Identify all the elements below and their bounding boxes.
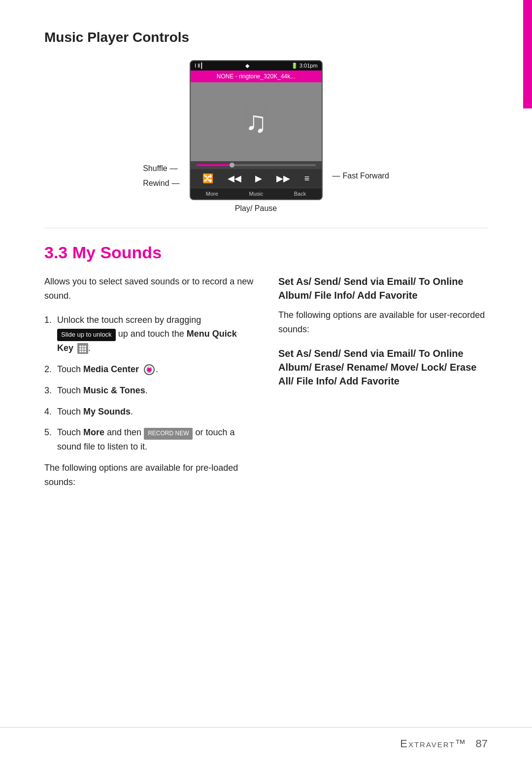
menu-dots-icon [77, 343, 88, 354]
section-divider [44, 228, 488, 228]
pre-loaded-options: Set As/ Send/ Send via Email/ To Online … [278, 275, 488, 302]
softkey-music[interactable]: Music [249, 191, 263, 197]
progress-bar [191, 161, 322, 169]
phone-controls: 🔀 ◀◀ ▶ ▶▶ ≡ [191, 169, 322, 188]
svg-point-11 [147, 368, 151, 372]
step-4-content: Touch My Sounds. [57, 405, 254, 419]
pre-loaded-heading: The following options are available for … [44, 461, 254, 489]
media-center-label: Media Center [83, 364, 139, 374]
page-container: Music Player Controls Shuffle Rewind Ⅰ Ⅱ… [0, 0, 532, 539]
svg-point-9 [84, 350, 86, 352]
softkey-back[interactable]: Back [294, 191, 306, 197]
rewind-label: Rewind [143, 179, 179, 188]
softkey-more[interactable]: More [206, 191, 218, 197]
left-labels: Shuffle Rewind [143, 60, 189, 213]
step-3: 3. Touch Music & Tones. [44, 383, 254, 398]
rewind-btn[interactable]: ◀◀ [228, 173, 241, 184]
slide-unlock-badge: Slide up to unlock [57, 329, 116, 341]
svg-point-4 [79, 348, 81, 350]
step-1: 1. Unlock the touch screen by dragging S… [44, 313, 254, 355]
step-1-number: 1. [44, 313, 54, 327]
right-column: Set As/ Send/ Send via Email/ To Online … [278, 275, 488, 499]
svg-point-6 [84, 348, 86, 350]
step-5-content: Touch More and then RECORD NEW or touch … [57, 425, 254, 454]
footer-brand: Extravert™ [400, 737, 466, 750]
user-recorded-heading: The following options are available for … [278, 308, 488, 337]
step-1-content: Unlock the touch screen by dragging Slid… [57, 313, 254, 355]
fast-forward-btn[interactable]: ▶▶ [276, 173, 290, 184]
play-pause-btn[interactable]: ▶ [255, 173, 262, 184]
step-5-number: 5. [44, 425, 54, 440]
shuffle-btn[interactable]: 🔀 [202, 173, 213, 184]
footer-content: Extravert™ 87 [400, 737, 488, 750]
footer: Extravert™ 87 [0, 727, 532, 750]
phone-status-bar: Ⅰ Ⅱ┃ ◆ 🔋 3:01pm [191, 61, 322, 70]
intro-text: Allows you to select saved sounds or to … [44, 275, 254, 303]
svg-point-8 [82, 350, 84, 352]
step-5: 5. Touch More and then RECORD NEW or tou… [44, 425, 254, 454]
phone-diagram: Shuffle Rewind Ⅰ Ⅱ┃ ◆ 🔋 3:01pm NONE - ri… [44, 60, 488, 213]
user-recorded-options: Set As/ Send/ Send via Email/ To Online … [278, 347, 488, 388]
status-left: Ⅰ Ⅱ┃ [195, 63, 203, 69]
svg-point-7 [79, 350, 81, 352]
footer-page: 87 [476, 737, 488, 750]
section-title: Music Player Controls [44, 30, 488, 45]
phone-mockup: Ⅰ Ⅱ┃ ◆ 🔋 3:01pm NONE - ringtone_320K_44k… [190, 60, 323, 200]
play-pause-label: Play/ Pause [235, 204, 277, 213]
progress-dot [230, 163, 234, 168]
left-column: Allows you to select saved sounds or to … [44, 275, 254, 499]
step-2-content: Touch Media Center . [57, 362, 254, 377]
my-sounds-label: My Sounds [83, 407, 131, 417]
music-note-icon: ♫ [245, 105, 267, 139]
right-labels: Fast Forward [323, 60, 389, 213]
svg-point-1 [79, 346, 81, 348]
shuffle-label: Shuffle [143, 164, 179, 173]
fast-forward-label: Fast Forward [332, 172, 389, 180]
list-btn[interactable]: ≡ [304, 174, 310, 184]
step-4-number: 4. [44, 405, 54, 419]
progress-fill [197, 164, 233, 166]
phone-softkeys: More Music Back [191, 188, 322, 199]
record-new-badge: RECORD NEW [144, 428, 193, 439]
music-tones-label: Music & Tones [83, 385, 145, 395]
more-label: More [83, 427, 104, 437]
song-title-bar: NONE - ringtone_320K_44k... [191, 70, 322, 82]
step-3-content: Touch Music & Tones. [57, 383, 254, 398]
step-2: 2. Touch Media Center . [44, 362, 254, 377]
two-column-layout: Allows you to select saved sounds or to … [44, 275, 488, 499]
step-3-number: 3. [44, 383, 54, 398]
media-center-icon [143, 364, 156, 375]
svg-point-3 [84, 346, 86, 348]
my-sounds-title: 3.3 My Sounds [44, 243, 488, 262]
svg-point-2 [82, 346, 84, 348]
status-right: 🔋 3:01pm [291, 63, 318, 69]
accent-bar [523, 0, 532, 108]
step-2-number: 2. [44, 362, 54, 377]
status-center: ◆ [245, 63, 249, 69]
album-art: ♫ [191, 82, 322, 161]
svg-point-5 [82, 348, 84, 350]
progress-track [197, 164, 316, 166]
step-4: 4. Touch My Sounds. [44, 405, 254, 419]
